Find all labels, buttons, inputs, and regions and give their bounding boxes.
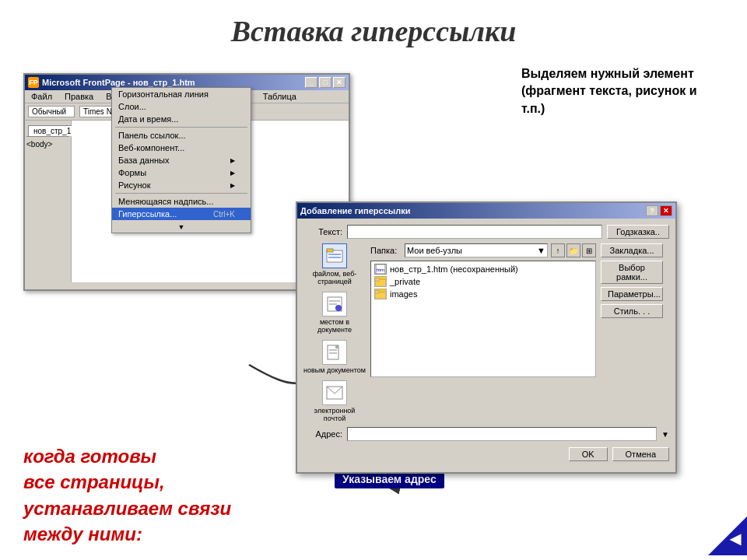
dialog-left-panel: файлом, веб-страницей местом в документе <box>303 243 366 422</box>
folder-private-icon <box>374 276 387 287</box>
dialog-center-panel: Папка: Мои веб-узлы ▼ ↑ 📁 ⊞ <box>370 243 596 422</box>
dropdown-sep-1 <box>115 127 247 128</box>
annotation-list: когда готовы все страницы, устанавливаем… <box>23 443 231 548</box>
svg-point-7 <box>335 305 342 311</box>
new-doc-icon <box>322 340 347 365</box>
left-item-place-label: местом в документе <box>303 318 366 334</box>
file-icon <box>322 243 347 268</box>
dropdown-more: ▼ <box>112 220 251 233</box>
dialog-title: Добавление гиперссылки <box>300 206 410 215</box>
html-file-icon: htm <box>374 264 387 275</box>
cancel-button[interactable]: Отмена <box>612 447 669 461</box>
dialog-body: Текст: Годзказка.. <box>297 219 675 467</box>
annotation-top: Выделяем нужный элемент (фрагмент текста… <box>521 65 724 117</box>
bottom-right-decoration: ◀ <box>708 516 747 555</box>
frontpage-icon: FP <box>28 77 39 88</box>
dialog-main-panel: файлом, веб-страницей местом в документе <box>303 243 669 422</box>
menu-item-nav-panel[interactable]: Панель ссылок... <box>112 129 251 142</box>
email-icon <box>322 380 347 405</box>
dialog-help-button[interactable]: ? <box>646 205 658 216</box>
text-input[interactable] <box>347 225 602 239</box>
menu-item-layers[interactable]: Слои... <box>112 100 251 113</box>
params-button[interactable]: Параметры... <box>601 287 663 301</box>
find-button[interactable]: Годзказка.. <box>607 225 669 239</box>
folder-toolbar-icons: ↑ 📁 ⊞ <box>551 243 596 257</box>
left-item-new-doc-label: новым документом <box>303 366 366 374</box>
ok-button[interactable]: OK <box>569 447 608 461</box>
menu-item-datetime[interactable]: Дата и время... <box>112 113 251 125</box>
svg-rect-16 <box>375 278 379 281</box>
address-row: Адрес: ▼ <box>303 427 669 441</box>
folder-icon-btn-2[interactable]: 📁 <box>566 243 580 257</box>
triangle-arrow-icon: ◀ <box>730 530 741 548</box>
address-input[interactable] <box>347 427 657 441</box>
dialog-close-button[interactable]: ✕ <box>660 205 672 216</box>
list-line1: когда готовы <box>23 443 231 470</box>
dialog-footer: OK Отмена <box>303 447 669 461</box>
svg-rect-1 <box>327 249 333 252</box>
frontpage-title: Microsoft FrontPage - нов_стр_1.htm <box>42 78 195 87</box>
dropdown-sep-2 <box>115 193 247 194</box>
page-title: Вставка гиперссылки <box>0 0 747 58</box>
hyperlink-dialog: Добавление гиперссылки ? ✕ Текст: Годзка… <box>296 201 677 474</box>
menu-item-picture[interactable]: Рисунок ▶ <box>112 179 251 191</box>
folder-value: Мои веб-узлы <box>407 246 462 255</box>
svg-text:htm: htm <box>377 268 384 272</box>
list-line4: между ними: <box>23 521 231 548</box>
body-tag-label: <body> <box>26 140 69 149</box>
close-button[interactable]: ✕ <box>333 77 345 88</box>
bookmark-button[interactable]: Закладка... <box>601 243 663 257</box>
folder-select[interactable]: Мои веб-узлы ▼ <box>405 243 548 257</box>
left-item-place[interactable]: местом в документе <box>303 292 366 334</box>
main-content: Выделяем нужный элемент (фрагмент текста… <box>0 58 747 555</box>
svg-rect-3 <box>328 257 341 258</box>
frame-button[interactable]: Выбор рамки... <box>601 261 663 284</box>
menu-item-web-component[interactable]: Веб-компонент... <box>112 142 251 154</box>
list-line2: все страницы, <box>23 469 231 495</box>
folder-dropdown-arrow: ▼ <box>537 246 545 255</box>
dialog-right-panel: Закладка... Выбор рамки... Параметры... … <box>601 243 669 422</box>
folder-icon-btn-3[interactable]: ⊞ <box>582 243 596 257</box>
menu-item-horizontal-line[interactable]: Горизонтальная линия <box>112 88 251 100</box>
svg-rect-2 <box>328 254 341 255</box>
menu-item-database[interactable]: База данных ▶ <box>112 154 251 166</box>
minimize-button[interactable]: _ <box>305 77 317 88</box>
folder-icon-btn-1[interactable]: ↑ <box>551 243 565 257</box>
menu-item-hyperlink[interactable]: Гиперссылка... Ctrl+K <box>112 208 251 220</box>
place-icon <box>322 292 347 317</box>
folder-label: Папка: <box>370 246 402 255</box>
menu-file[interactable]: Файл <box>28 91 55 102</box>
menu-edit[interactable]: Правка <box>61 91 96 102</box>
maximize-button[interactable]: □ <box>319 77 331 88</box>
address-label: Адрес: <box>303 429 342 439</box>
file-item-html[interactable]: htm нов_стр_1.htm (несохраненный) <box>373 263 594 275</box>
menu-table[interactable]: Таблица <box>260 91 300 102</box>
file-item-images[interactable]: images <box>373 288 594 300</box>
left-item-email[interactable]: электронной почтой <box>303 380 366 422</box>
private-folder-name: _private <box>390 277 420 286</box>
left-item-file-label: файлом, веб-страницей <box>303 270 366 285</box>
left-item-email-label: электронной почтой <box>303 407 366 422</box>
images-folder-name: images <box>390 289 417 299</box>
left-item-new-doc[interactable]: новым документом <box>303 340 366 374</box>
address-dropdown-arrow[interactable]: ▼ <box>661 430 669 439</box>
svg-marker-9 <box>335 345 338 348</box>
folder-images-icon <box>374 289 387 299</box>
html-filename: нов_стр_1.htm (несохраненный) <box>390 264 518 274</box>
frontpage-sidebar: нов_стр_1.htm <body> <box>25 121 72 282</box>
left-item-file[interactable]: файлом, веб-страницей <box>303 243 366 285</box>
dialog-text-row: Текст: Годзказка.. <box>303 225 669 239</box>
menu-item-forms[interactable]: Формы ▶ <box>112 166 251 179</box>
style-box[interactable]: Обычный <box>28 106 75 117</box>
svg-rect-18 <box>375 290 379 293</box>
list-line3: устанавливаем связи <box>23 495 231 522</box>
file-list[interactable]: htm нов_стр_1.htm (несохраненный) <box>370 261 596 377</box>
insert-dropdown-menu: Горизонтальная линия Слои... Дата и врем… <box>111 87 251 233</box>
dialog-titlebar: Добавление гиперссылки ? ✕ <box>297 203 675 219</box>
file-item-private[interactable]: _private <box>373 275 594 288</box>
folder-row: Папка: Мои веб-узлы ▼ ↑ 📁 ⊞ <box>370 243 596 257</box>
text-label: Текст: <box>303 227 342 236</box>
menu-item-marquee[interactable]: Меняющаяся надпись... <box>112 195 251 208</box>
style-button[interactable]: Стиль. . . <box>601 304 663 318</box>
